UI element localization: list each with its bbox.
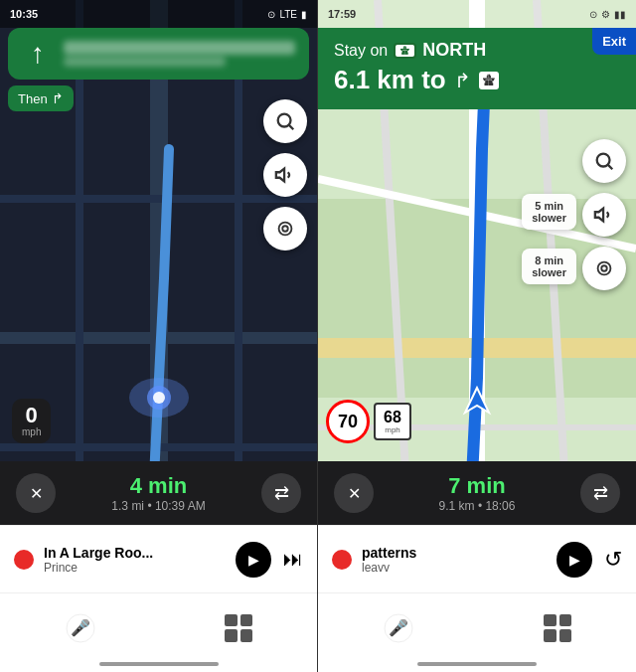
left-nav-header: Then ↱ — [8, 28, 309, 80]
left-bottom-bar: 🎤 — [0, 592, 317, 672]
right-location-icon: ⊙ — [589, 9, 597, 20]
svg-point-13 — [282, 226, 288, 232]
right-warn2-line1: 8 min — [532, 254, 566, 266]
left-speed-badge: 0 mph — [12, 399, 51, 443]
right-current-speed-unit: mph — [385, 425, 400, 434]
right-settings-icon: ⚙ — [601, 9, 610, 20]
left-sound-button[interactable] — [263, 153, 307, 197]
right-traffic-warn-1: 5 min slower — [522, 194, 576, 230]
left-speed-unit: mph — [22, 426, 41, 437]
right-speed-limit-value: 70 — [338, 412, 358, 432]
right-media-info: patterns leavv — [362, 545, 547, 575]
svg-point-26 — [597, 154, 610, 167]
svg-point-9 — [153, 392, 165, 404]
right-phone-panel: 17:59 ⊙ ⚙ ▮▮ Stay on 🛣 NORTH 6.1 km to ↱… — [318, 0, 636, 672]
left-speed-value: 0 — [22, 405, 41, 426]
right-play-button[interactable]: ▶ — [556, 542, 592, 578]
left-eta-info: 4 min 1.3 mi • 10:39 AM — [111, 473, 205, 513]
right-eta-details: 9.1 km • 18:06 — [439, 499, 516, 513]
right-home-indicator — [417, 662, 537, 666]
left-phone-panel: 10:35 ⊙ LTE ▮ Then ↱ — [0, 0, 318, 672]
left-close-button[interactable] — [16, 473, 56, 513]
svg-line-27 — [608, 165, 613, 170]
left-eta-arrival: 10:39 AM — [155, 499, 206, 513]
right-warn2-line2: slower — [532, 266, 566, 278]
left-then-arrow-icon: ↱ — [52, 90, 64, 106]
left-map-controls — [263, 99, 307, 251]
svg-line-11 — [289, 125, 294, 130]
right-media-title: patterns — [362, 545, 547, 561]
svg-marker-12 — [276, 169, 284, 182]
right-sound-button[interactable] — [582, 193, 626, 237]
left-routes-button[interactable]: ⇄ — [261, 473, 301, 513]
right-exit-badge: Exit — [592, 28, 636, 55]
right-eta-info: 7 min 9.1 km • 18:06 — [439, 473, 516, 513]
svg-point-31 — [598, 262, 611, 275]
right-speed-limits: 70 68 mph — [326, 400, 411, 443]
left-eta-distance: 1.3 mi — [111, 499, 144, 513]
right-status-icons: ⊙ ⚙ ▮▮ — [589, 9, 626, 20]
left-time: 10:35 — [10, 8, 38, 20]
left-battery: ▮ — [301, 9, 307, 20]
right-turn-icon: ↱ — [454, 69, 471, 92]
svg-point-30 — [601, 265, 607, 271]
left-status-icons: ⊙ LTE ▮ — [267, 9, 307, 20]
left-skip-button[interactable]: ⏭ — [283, 548, 303, 571]
left-layers-button[interactable] — [263, 207, 307, 251]
left-then-label: Then — [18, 91, 48, 106]
right-media-artist: leavv — [362, 561, 547, 575]
right-apps-grid-icon[interactable] — [544, 614, 571, 642]
left-google-mic-icon[interactable]: 🎤 — [65, 612, 96, 644]
right-media-player: patterns leavv ▶ ↺ — [318, 525, 636, 592]
right-google-mic-icon[interactable]: 🎤 — [383, 612, 414, 644]
left-then-badge: Then ↱ — [8, 85, 74, 111]
right-routes-button[interactable]: ⇄ — [580, 473, 620, 513]
right-bottom-nav: 7 min 9.1 km • 18:06 ⇄ — [318, 461, 636, 525]
left-play-button[interactable]: ▶ — [236, 542, 271, 578]
right-eta-time: 7 min — [439, 473, 516, 499]
right-speed-limit-sign: 70 — [326, 400, 370, 443]
right-media-service-icon — [332, 550, 352, 570]
right-search-button[interactable] — [582, 139, 626, 183]
left-status-bar: 10:35 ⊙ LTE ▮ — [0, 0, 317, 28]
left-media-title: In A Large Roo... — [44, 545, 226, 561]
right-exit-label: Exit — [602, 34, 626, 49]
right-north-text: NORTH — [422, 40, 486, 61]
left-signal: LTE — [279, 9, 297, 20]
left-direction-card — [8, 28, 309, 80]
left-media-player: In A Large Roo... Prince ▶ ⏭ — [0, 525, 317, 592]
left-media-artist: Prince — [44, 561, 226, 575]
svg-point-14 — [279, 223, 292, 236]
left-street-name-blurred2 — [64, 57, 226, 67]
right-eta-arrival: 18:06 — [485, 499, 515, 513]
left-bottom-nav: 4 min 1.3 mi • 10:39 AM ⇄ — [0, 461, 317, 525]
left-network: ⊙ — [267, 9, 275, 20]
right-map-controls — [582, 139, 626, 290]
right-layers-button[interactable] — [582, 247, 626, 290]
right-current-speed-value: 68 — [384, 410, 401, 425]
left-eta-time: 4 min — [111, 473, 205, 499]
right-media-controls: ▶ ↺ — [556, 542, 622, 578]
right-highway-shield: 🛣 — [479, 72, 499, 89]
left-media-info: In A Large Roo... Prince — [44, 545, 226, 575]
left-search-button[interactable] — [263, 99, 307, 143]
svg-point-10 — [278, 114, 291, 127]
svg-text:🎤: 🎤 — [389, 618, 408, 637]
right-status-bar: 17:59 ⊙ ⚙ ▮▮ — [318, 0, 636, 28]
left-apps-grid-icon[interactable] — [225, 614, 252, 642]
right-warn1-line2: slower — [532, 212, 566, 224]
right-traffic-warn-2: 8 min slower — [522, 249, 576, 284]
left-direction-row — [22, 38, 295, 70]
left-home-indicator — [99, 662, 219, 666]
left-media-controls: ▶ ⏭ — [236, 542, 303, 578]
left-eta-separator: • — [147, 499, 155, 513]
right-replay-button[interactable]: ↺ — [604, 547, 622, 573]
right-bottom-bar: 🎤 — [318, 592, 636, 672]
right-close-button[interactable] — [334, 473, 374, 513]
right-signal-icon: ▮▮ — [614, 9, 626, 20]
right-warn1-line1: 5 min — [532, 200, 566, 212]
left-street-name-blurred — [64, 41, 295, 55]
right-distance-row: 6.1 km to ↱ 🛣 — [334, 65, 620, 95]
left-media-service-icon — [14, 550, 34, 570]
right-road-sign: 🛣 — [394, 43, 416, 59]
